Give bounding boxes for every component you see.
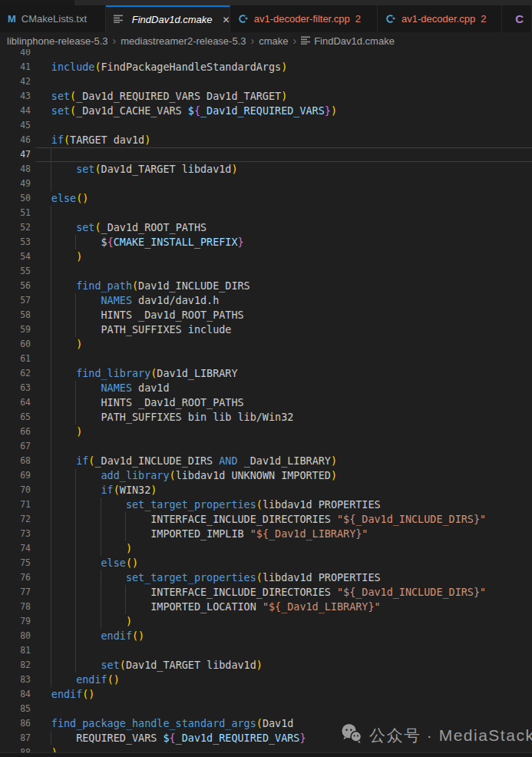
code-line[interactable]: 49 xyxy=(0,177,532,191)
line-number: 50 xyxy=(0,191,31,206)
code-line[interactable]: 76 set_target_properties(libdav1d PROPER… xyxy=(0,570,532,585)
breadcrumb-item[interactable]: mediastreamer2-release-5.3 xyxy=(121,35,246,47)
indent-guide xyxy=(51,439,51,454)
code-line[interactable]: 45 xyxy=(0,118,532,133)
code-line[interactable]: 81 xyxy=(0,643,532,658)
line-number: 81 xyxy=(0,643,31,658)
line-number: 80 xyxy=(0,629,31,643)
code-line[interactable]: 55 xyxy=(0,264,532,279)
line-number: 82 xyxy=(0,658,31,673)
code-line[interactable]: 75 else() xyxy=(0,556,532,570)
line-number: 75 xyxy=(0,556,31,570)
code-line[interactable]: 52 set(_Dav1d_ROOT_PATHS xyxy=(0,220,532,235)
tab-partial[interactable]: C xyxy=(502,5,532,32)
code-line[interactable]: 53 ${CMAKE_INSTALL_PREFIX} xyxy=(0,235,532,250)
code-line[interactable]: 66 ) xyxy=(0,425,532,439)
line-number: 67 xyxy=(0,439,31,454)
code-line[interactable]: 60 ) xyxy=(0,337,532,352)
indent-guide xyxy=(51,147,51,162)
code-line[interactable]: 73 IMPORTED_IMPLIB "${_Dav1d_LIBRARY}" xyxy=(0,527,532,541)
code-line[interactable]: 46if(TARGET dav1d) xyxy=(0,133,532,147)
code-line[interactable]: 43set(_Dav1d_REQUIRED_VARS Dav1d_TARGET) xyxy=(0,89,532,104)
line-number: 86 xyxy=(0,716,31,731)
close-icon[interactable]: ✕ xyxy=(223,15,230,25)
line-number: 73 xyxy=(0,527,31,541)
line-number: 48 xyxy=(0,162,31,177)
line-number: 40 xyxy=(0,49,31,60)
breadcrumb-item[interactable]: cmake xyxy=(259,35,288,47)
line-number: 69 xyxy=(0,468,31,483)
line-number: 63 xyxy=(0,381,31,395)
line-number: 51 xyxy=(0,206,31,220)
line-number: 49 xyxy=(0,177,31,191)
line-number: 74 xyxy=(0,541,31,556)
code-line[interactable]: 57 NAMES dav1d/dav1d.h xyxy=(0,293,532,308)
code-editor[interactable]: 4041include(FindPackageHandleStandardArg… xyxy=(0,49,532,757)
line-number: 54 xyxy=(0,250,31,264)
code-line[interactable]: 70 if(WIN32) xyxy=(0,483,532,498)
tab-av1-decoder-filter[interactable]: av1-decoder-filter.cpp 2 xyxy=(230,5,378,32)
indent-guide xyxy=(51,264,51,279)
code-line[interactable]: 58 HINTS _Dav1d_ROOT_PATHS xyxy=(0,308,532,322)
code-line[interactable]: 42 xyxy=(0,74,532,89)
line-number: 56 xyxy=(0,279,31,293)
line-number: 87 xyxy=(0,731,31,745)
code-line[interactable]: 47 xyxy=(0,147,532,162)
watermark: 公众号 · MediaStack xyxy=(341,722,532,748)
indent-guide xyxy=(51,177,51,191)
cmake-m-icon: M xyxy=(8,13,16,25)
code-line[interactable]: 59 PATH_SUFFIXES include xyxy=(0,322,532,337)
code-line[interactable]: 82 set(Dav1d_TARGET libdav1d) xyxy=(0,658,532,673)
code-line[interactable]: 48 set(Dav1d_TARGET libdav1d) xyxy=(0,162,532,177)
code-line[interactable]: 61 xyxy=(0,352,532,366)
line-number: 79 xyxy=(0,614,31,629)
code-line[interactable]: 62 find_library(Dav1d_LIBRARY xyxy=(0,366,532,381)
code-line[interactable]: 56 find_path(Dav1d_INCLUDE_DIRS xyxy=(0,279,532,293)
code-line[interactable]: 44set(_Dav1d_CACHE_VARS ${_Dav1d_REQUIRE… xyxy=(0,104,532,118)
code-line[interactable]: 54 ) xyxy=(0,250,532,264)
breadcrumb: liblinphone-release-5.3 › mediastreamer2… xyxy=(0,32,532,49)
line-number: 83 xyxy=(0,673,31,687)
code-line[interactable]: 85 xyxy=(0,702,532,716)
line-number: 72 xyxy=(0,512,31,527)
tab-av1-decoder[interactable]: av1-decoder.cpp 2 xyxy=(378,5,502,32)
breadcrumb-item[interactable]: liblinphone-release-5.3 xyxy=(7,35,108,47)
line-number: 44 xyxy=(0,104,31,118)
indent-guide xyxy=(51,643,51,658)
line-number: 62 xyxy=(0,366,31,381)
line-number: 66 xyxy=(0,425,31,439)
watermark-text: 公众号 · MediaStack xyxy=(369,725,532,746)
code-line[interactable]: 50else() xyxy=(0,191,532,206)
line-number: 60 xyxy=(0,337,31,352)
code-line[interactable]: 65 PATH_SUFFIXES bin lib lib/Win32 xyxy=(0,410,532,425)
code-line[interactable]: 69 add_library(libdav1d UNKNOWN IMPORTED… xyxy=(0,468,532,483)
line-number: 45 xyxy=(0,118,31,133)
code-line[interactable]: 74 ) xyxy=(0,541,532,556)
code-line[interactable]: 68 if(_Dav1d_INCLUDE_DIRS AND _Dav1d_LIB… xyxy=(0,454,532,468)
code-line[interactable]: 71 set_target_properties(libdav1d PROPER… xyxy=(0,498,532,512)
code-line[interactable]: 67 xyxy=(0,439,532,454)
cmake-list-icon xyxy=(301,35,310,47)
code-line[interactable]: 64 HINTS _Dav1d_ROOT_PATHS xyxy=(0,395,532,410)
titlebar-strip-left xyxy=(0,0,74,5)
line-number: 85 xyxy=(0,702,31,716)
line-number: 58 xyxy=(0,308,31,322)
code-content: 4041include(FindPackageHandleStandardArg… xyxy=(0,49,532,757)
code-line[interactable]: 51 xyxy=(0,206,532,220)
breadcrumb-item[interactable]: FindDav1d.cmake xyxy=(314,35,395,47)
code-line[interactable]: 80 endif() xyxy=(0,629,532,643)
line-number: 53 xyxy=(0,235,31,250)
code-line[interactable]: 79 ) xyxy=(0,614,532,629)
line-number: 77 xyxy=(0,585,31,600)
code-line[interactable]: 72 INTERFACE_INCLUDE_DIRECTORIES "${_Dav… xyxy=(0,512,532,527)
code-line[interactable]: 77 INTERFACE_INCLUDE_DIRECTORIES "${_Dav… xyxy=(0,585,532,600)
line-number: 47 xyxy=(0,147,31,162)
code-line[interactable]: 40 xyxy=(0,49,532,60)
code-line[interactable]: 63 NAMES dav1d xyxy=(0,381,532,395)
code-line[interactable]: 41include(FindPackageHandleStandardArgs) xyxy=(0,60,532,74)
tab-finddav1d[interactable]: FindDav1d.cmake ✕ xyxy=(106,5,230,32)
tab-cmakelists[interactable]: M CMakeLists.txt xyxy=(0,5,106,32)
code-line[interactable]: 84endif() xyxy=(0,687,532,702)
code-line[interactable]: 83 endif() xyxy=(0,673,532,687)
code-line[interactable]: 78 IMPORTED_LOCATION "${_Dav1d_LIBRARY}" xyxy=(0,600,532,614)
